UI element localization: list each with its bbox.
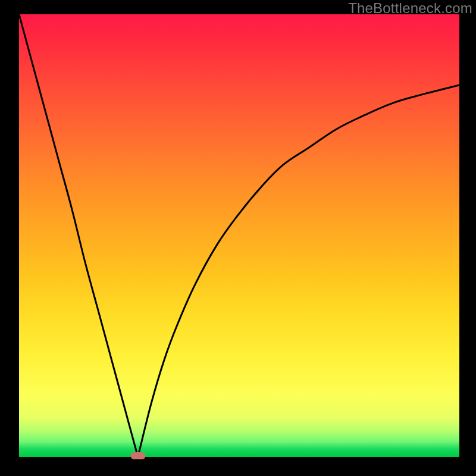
minimum-marker	[130, 452, 145, 459]
curve-path	[19, 14, 459, 457]
chart-frame: TheBottleneck.com	[0, 0, 476, 476]
plot-area	[19, 14, 459, 457]
bottleneck-curve	[19, 14, 459, 457]
watermark-text: TheBottleneck.com	[348, 0, 472, 17]
